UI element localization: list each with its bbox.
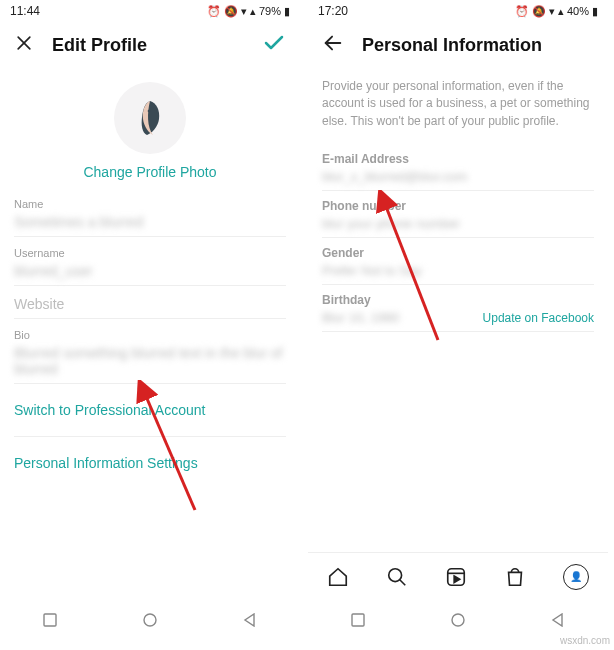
change-photo-link[interactable]: Change Profile Photo [14,164,286,180]
svg-marker-5 [245,614,254,626]
username-value: blurred_user [14,263,286,279]
info-description: Provide your personal information, even … [322,68,594,144]
name-value: Sometimes a blurred [14,214,286,230]
name-label: Name [14,198,286,210]
svg-marker-16 [553,614,562,626]
battery-percent: 79% [259,5,281,17]
birthday-label: Birthday [322,293,594,307]
recent-apps-icon[interactable] [350,612,366,628]
status-time: 11:44 [10,4,40,18]
svg-point-2 [148,110,151,113]
confirm-icon[interactable] [262,31,286,59]
signal-icon: ▴ [250,5,256,18]
profile-tab-icon[interactable]: 👤 [563,564,589,590]
wifi-icon: ▾ [549,5,555,18]
status-time: 17:20 [318,4,348,18]
dnd-icon: 🔕 [532,5,546,18]
birthday-value: Blur 10, 1990 [322,310,399,325]
bio-value: Blurred something blurred text in the bl… [14,345,286,377]
gender-label: Gender [322,246,594,260]
wifi-icon: ▾ [241,5,247,18]
screen-edit-profile: 11:44 ⏰ 🔕 ▾ ▴ 79% ▮ Edit Profile [0,0,300,640]
email-field[interactable]: E-mail Address blur_x_blurred@blur.com [322,144,594,191]
screen-personal-information: 17:20 ⏰ 🔕 ▾ ▴ 40% ▮ Personal Information… [308,0,608,640]
alarm-icon: ⏰ [207,5,221,18]
status-bar: 17:20 ⏰ 🔕 ▾ ▴ 40% ▮ [308,0,608,22]
svg-marker-13 [454,576,460,582]
username-label: Username [14,247,286,259]
svg-point-4 [144,614,156,626]
page-title: Edit Profile [52,35,147,56]
phone-field[interactable]: Phone number blur your phone number [322,191,594,238]
website-field[interactable]: Website [14,286,286,319]
close-icon[interactable] [14,33,34,57]
website-label: Website [14,296,286,312]
svg-rect-14 [352,614,364,626]
alarm-icon: ⏰ [515,5,529,18]
bio-field[interactable]: Bio Blurred something blurred text in th… [14,319,286,384]
watermark: wsxdn.com [560,635,610,646]
phone-label: Phone number [322,199,594,213]
status-icons: ⏰ 🔕 ▾ ▴ 40% ▮ [515,5,598,18]
system-nav [308,600,608,640]
back-arrow-icon[interactable] [322,32,344,58]
battery-percent: 40% [567,5,589,17]
switch-professional-link[interactable]: Switch to Professional Account [14,384,286,437]
birthday-field[interactable]: Birthday Blur 10, 1990 Update on Faceboo… [322,285,594,332]
home-tab-icon[interactable] [327,566,349,588]
shop-tab-icon[interactable] [504,566,526,588]
battery-icon: ▮ [284,5,290,18]
bottom-nav: 👤 [308,552,608,600]
status-bar: 11:44 ⏰ 🔕 ▾ ▴ 79% ▮ [0,0,300,22]
svg-point-15 [452,614,464,626]
gender-value: Prefer Not to Say [322,263,594,278]
recent-apps-icon[interactable] [42,612,58,628]
update-on-facebook-link[interactable]: Update on Facebook [483,311,594,325]
title-bar: Personal Information [308,22,608,68]
status-icons: ⏰ 🔕 ▾ ▴ 79% ▮ [207,5,290,18]
gender-field[interactable]: Gender Prefer Not to Say [322,238,594,285]
svg-line-10 [400,579,406,585]
home-icon[interactable] [450,612,466,628]
name-field[interactable]: Name Sometimes a blurred [14,188,286,237]
signal-icon: ▴ [558,5,564,18]
username-field[interactable]: Username blurred_user [14,237,286,286]
email-value: blur_x_blurred@blur.com [322,169,594,184]
svg-rect-3 [44,614,56,626]
page-title: Personal Information [362,35,542,56]
back-icon[interactable] [242,612,258,628]
home-icon[interactable] [142,612,158,628]
dnd-icon: 🔕 [224,5,238,18]
svg-point-9 [389,568,402,581]
bio-label: Bio [14,329,286,341]
reels-tab-icon[interactable] [445,566,467,588]
avatar-section: Change Profile Photo [14,68,286,188]
battery-icon: ▮ [592,5,598,18]
email-label: E-mail Address [322,152,594,166]
phone-value: blur your phone number [322,216,594,231]
back-icon[interactable] [550,612,566,628]
title-bar: Edit Profile [0,22,300,68]
avatar[interactable] [114,82,186,154]
personal-info-settings-link[interactable]: Personal Information Settings [14,437,286,489]
system-nav [0,600,300,640]
search-tab-icon[interactable] [386,566,408,588]
